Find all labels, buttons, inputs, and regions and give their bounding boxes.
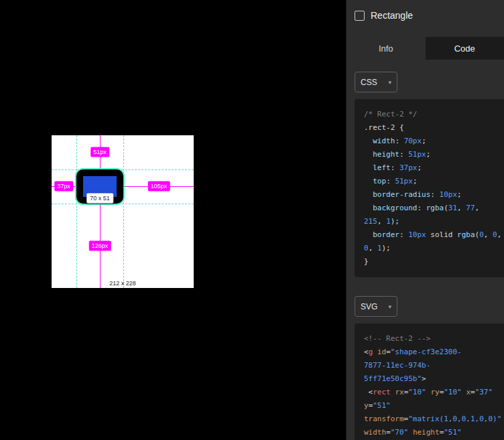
code-line: 7877-11ec-974b- [364,359,504,372]
tab-info[interactable]: Info [346,37,426,60]
code-line: border: 10px solid rgba(0, 0, [364,228,504,242]
code-line: .rect-2 { [364,121,504,135]
code-line: 215, 1); [364,215,504,228]
code-line: y="51" [364,399,504,413]
selected-shape-title: Rectangle [371,10,413,21]
code-line: 0, 1); [364,242,504,255]
code-line: <!-- Rect-2 --> [364,332,504,346]
css-code-block: /* Rect-2 */.rect-2 { width: 70px; heigh… [355,99,504,277]
tab-code[interactable]: Code [426,37,504,60]
artboard[interactable]: 51px 37px 105px 126px 70 x 51 212 x 228 [52,135,194,288]
code-line: } [364,255,504,269]
code-panel-body: CSS ▾ /* Rect-2 */.rect-2 { width: 70px;… [346,60,504,440]
shape-size-label: 70 x 51 [86,194,113,204]
guide-line-right [123,135,124,288]
code-line: transform="matrix(1,0,0,1,0,0)" [364,413,504,426]
measurement-label-left: 37px [54,181,73,192]
code-line: width: 70px; [364,135,504,148]
board-size-label: 212 x 228 [109,280,136,287]
panel-tabs: Info Code [346,37,504,60]
svg-dropdown-value: SVG [361,302,377,311]
guide-line-bottom [52,204,194,204]
code-line: left: 37px; [364,161,504,175]
code-line: <rect rx="10" ry="10" x="37" [364,386,504,399]
inspect-panel: Rectangle Info Code CSS ▾ /* Rect-2 */.r… [346,0,504,440]
guide-line-left [76,135,77,288]
code-line: /* Rect-2 */ [364,108,504,121]
canvas-viewport[interactable]: 51px 37px 105px 126px 70 x 51 212 x 228 [0,0,346,440]
css-dropdown-value: CSS [361,78,377,87]
svg-code-block: <!-- Rect-2 --><g id="shape-cf3e2300-787… [355,323,504,440]
measurement-label-bottom: 126px [89,241,111,251]
code-line: height: 51px; [364,148,504,161]
code-line: <g id="shape-cf3e2300- [364,346,504,359]
chevron-down-icon: ▾ [388,303,391,310]
code-line: width="70" height="51" [364,426,504,439]
shape-checkbox[interactable] [355,11,365,21]
chevron-down-icon: ▾ [388,79,391,86]
selected-shape-header: Rectangle [346,0,504,37]
guide-line-top [52,169,194,170]
measurement-label-top: 51px [90,147,109,157]
measurement-label-right: 105px [148,181,170,192]
css-language-dropdown[interactable]: CSS ▾ [355,72,397,92]
code-line: 5ff71e50c95b"> [364,372,504,386]
code-line: background: rgba(31, 77, [364,202,504,215]
code-line: top: 51px; [364,175,504,188]
svg-language-dropdown[interactable]: SVG ▾ [355,296,397,317]
code-line: border-radius: 10px; [364,188,504,202]
